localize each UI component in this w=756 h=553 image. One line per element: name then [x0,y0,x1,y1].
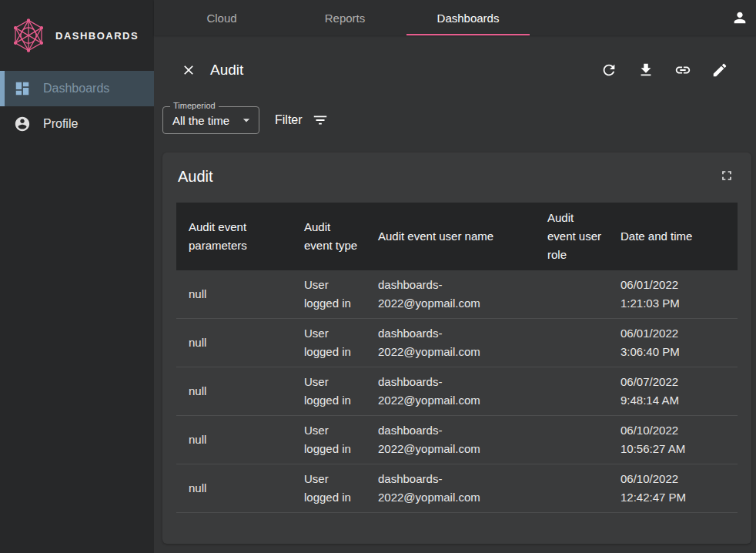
cell-time: 12:42:47 PM [621,488,731,507]
view-header: Audit [162,55,751,85]
chevron-down-icon [239,112,254,128]
timeperiod-value: All the time [172,114,229,127]
cell-datetime: 06/01/2022 1:21:03 PM [608,270,738,319]
cell-time: 1:21:03 PM [621,294,731,313]
cell-date: 06/01/2022 [621,324,731,343]
cell-role [535,416,608,464]
sidebar-item-label: Profile [43,117,78,131]
cell-date: 06/10/2022 [621,421,731,440]
column-header-user-name: Audit event user name [366,203,535,270]
edit-icon[interactable] [711,62,728,79]
brand: DASHBOARDS [0,0,154,71]
cell-datetime: 06/07/2022 9:48:14 AM [608,367,738,416]
cell-user: dashboards-2022@yopmail.com [366,367,535,416]
cell-params: null [176,319,292,367]
cell-datetime: 06/01/2022 3:06:40 PM [608,319,738,367]
audit-table: Audit event parameters Audit event type … [176,203,738,513]
filter-row: Timeperiod All the time Filter [162,106,751,134]
table-row: null User logged in dashboards-2022@yopm… [176,319,738,367]
cell-params: null [176,416,292,464]
cell-date: 06/07/2022 [621,373,731,391]
filter-button-label[interactable]: Filter [275,113,303,127]
top-tab-bar: Cloud Reports Dashboards [154,0,756,35]
column-header-parameters: Audit event parameters [176,203,292,270]
tab-cloud[interactable]: Cloud [160,0,283,35]
cell-role [535,367,608,416]
cell-type: User logged in [292,464,366,513]
cell-type: User logged in [292,416,366,464]
cell-role [535,270,608,319]
sidebar: DASHBOARDS Dashboards Profile [0,0,154,553]
content-area: Audit [154,35,756,553]
link-icon[interactable] [674,62,691,79]
audit-panel: Audit Audit event parameters Audit event… [162,152,751,544]
fullscreen-icon[interactable] [719,168,734,183]
cell-time: 10:56:27 AM [621,440,731,458]
timeperiod-label: Timeperiod [170,101,219,110]
download-icon[interactable] [637,62,654,79]
cell-time: 3:06:40 PM [621,343,731,361]
table-row: null User logged in dashboards-2022@yopm… [176,367,738,416]
sidebar-item-label: Dashboards [43,82,109,96]
sidebar-item-profile[interactable]: Profile [0,106,154,142]
column-header-date-time: Date and time [608,203,738,270]
sidebar-item-dashboards[interactable]: Dashboards [0,71,154,106]
timeperiod-select[interactable]: Timeperiod All the time [162,106,259,134]
table-header-row: Audit event parameters Audit event type … [176,203,738,270]
header-actions [600,62,728,79]
page-title: Audit [210,62,243,79]
filter-list-icon[interactable] [312,112,329,129]
brand-name: DASHBOARDS [55,30,139,42]
column-header-type: Audit event type [292,203,366,270]
panel-title: Audit [178,168,213,186]
cell-type: User logged in [292,367,366,416]
table-row: null User logged in dashboards-2022@yopm… [176,270,738,319]
cell-params: null [176,367,292,416]
cell-role [535,464,608,513]
dashboard-grid-icon [14,80,31,97]
cell-time: 9:48:14 AM [621,391,731,410]
refresh-icon[interactable] [600,62,617,79]
tab-reports[interactable]: Reports [283,0,406,35]
cell-user: dashboards-2022@yopmail.com [366,416,535,464]
brand-logo-icon [11,18,46,53]
cell-type: User logged in [292,270,366,319]
cell-user: dashboards-2022@yopmail.com [366,319,535,367]
audit-panel-header: Audit [176,168,738,186]
cell-datetime: 06/10/2022 12:42:47 PM [608,464,738,513]
cell-type: User logged in [292,319,366,367]
cell-role [535,319,608,367]
profile-icon [14,116,31,132]
cell-params: null [176,464,292,513]
cell-datetime: 06/10/2022 10:56:27 AM [608,416,738,464]
main-column: Cloud Reports Dashboards Audit [154,0,756,553]
cell-params: null [176,270,292,319]
account-icon[interactable] [731,9,748,26]
cell-date: 06/10/2022 [621,470,731,488]
cell-user: dashboards-2022@yopmail.com [366,464,535,513]
column-header-user-role: Audit event user role [535,203,608,270]
table-row: null User logged in dashboards-2022@yopm… [176,416,738,464]
cell-user: dashboards-2022@yopmail.com [366,270,535,319]
tab-dashboards[interactable]: Dashboards [406,0,530,35]
cell-date: 06/01/2022 [621,276,731,294]
close-icon[interactable] [181,62,196,78]
table-row: null User logged in dashboards-2022@yopm… [176,464,738,513]
